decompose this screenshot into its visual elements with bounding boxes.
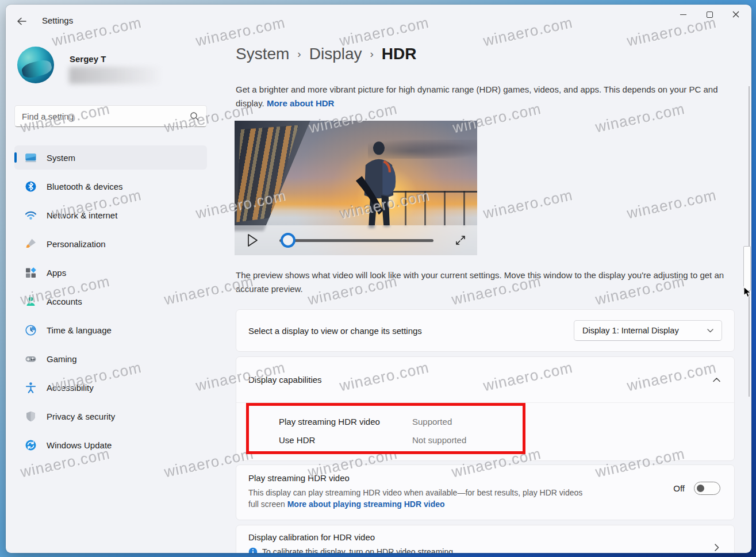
shield-icon [25, 410, 37, 422]
play-streaming-hdr-card: Play streaming HDR video This display ca… [236, 464, 735, 520]
calibration-info-text: To calibrate this display, turn on HDR v… [262, 547, 453, 553]
desktop: { "window": { "title": "Settings" }, "si… [0, 0, 756, 557]
close-button[interactable] [723, 5, 749, 24]
capability-label: Play streaming HDR video [279, 417, 412, 427]
update-arrows-icon [25, 439, 37, 451]
sidebar-item-time-language[interactable]: Time & language [14, 318, 207, 342]
scrollbar-track[interactable] [749, 86, 750, 397]
capability-value: Not supported [412, 435, 466, 445]
breadcrumb-separator: › [297, 48, 301, 60]
sidebar-item-label: Network & internet [47, 210, 117, 220]
minimize-button[interactable] [670, 5, 696, 24]
seek-track[interactable] [279, 239, 433, 242]
streaming-hdr-toggle[interactable] [694, 482, 720, 495]
breadcrumb: System › Display › HDR [236, 45, 417, 63]
avatar[interactable] [17, 47, 54, 83]
page-title: HDR [382, 45, 417, 63]
sidebar-item-label: Bluetooth & devices [47, 182, 123, 191]
sidebar-item-label: System [47, 153, 75, 163]
hdr-intro-text: Get a brighter and more vibrant picture … [236, 83, 737, 110]
sidebar-item-label: Personalization [47, 239, 106, 249]
video-person-silhouette [346, 140, 409, 236]
chevron-down-icon [707, 329, 713, 333]
sidebar-nav: System Bluetooth & devices Network & int… [14, 145, 207, 462]
fullscreen-button[interactable] [454, 234, 467, 247]
select-display-label: Select a display to view or change its s… [248, 326, 422, 336]
display-capabilities-title: Display capabilities [248, 375, 322, 385]
sidebar-item-label: Windows Update [47, 440, 112, 450]
caption-buttons [670, 5, 749, 24]
capability-label: Use HDR [279, 435, 412, 445]
accessibility-person-icon [25, 382, 37, 394]
info-icon [248, 547, 258, 553]
toggle-knob [697, 485, 704, 492]
wifi-icon [25, 209, 37, 221]
sidebar-item-system[interactable]: System [14, 145, 207, 170]
display-dropdown[interactable]: Display 1: Internal Display [574, 320, 722, 341]
capability-value: Supported [412, 417, 452, 427]
more-about-streaming-link[interactable]: More about playing streaming HDR video [287, 500, 445, 509]
breadcrumb-separator: › [370, 48, 374, 60]
capabilities-rows: Play streaming HDR video Supported Use H… [236, 403, 734, 449]
display-capabilities-card: Display capabilities Play streaming HDR … [236, 356, 735, 461]
capability-row: Play streaming HDR video Supported [279, 412, 734, 431]
sidebar-item-label: Privacy & security [47, 412, 115, 421]
sidebar-item-network[interactable]: Network & internet [14, 203, 207, 227]
clock-icon [25, 324, 37, 336]
breadcrumb-system[interactable]: System [236, 45, 289, 63]
window-title: Settings [42, 16, 73, 25]
back-arrow-icon [17, 17, 27, 25]
sidebar-item-label: Apps [47, 268, 66, 278]
play-streaming-hdr-title: Play streaming HDR video [248, 473, 722, 483]
chevron-up-icon[interactable] [713, 378, 720, 382]
display-calibration-card[interactable]: Display calibration for HDR video To cal… [236, 525, 735, 553]
play-button[interactable] [247, 233, 259, 247]
search-input[interactable] [22, 112, 190, 121]
titlebar: Settings [6, 5, 751, 32]
close-icon [732, 11, 739, 18]
chevron-right-icon[interactable] [715, 544, 719, 551]
maximize-button[interactable] [696, 5, 723, 24]
minimize-icon [680, 14, 686, 15]
brush-icon [25, 238, 37, 250]
sidebar-item-label: Accounts [47, 297, 82, 306]
sidebar-item-accessibility[interactable]: Accessibility [14, 375, 207, 399]
person-icon [25, 295, 37, 308]
breadcrumb-display[interactable]: Display [309, 45, 362, 63]
sidebar-item-bluetooth[interactable]: Bluetooth & devices [14, 174, 207, 198]
user-name: Sergey T [70, 54, 106, 64]
seek-thumb[interactable] [281, 233, 296, 248]
sidebar-item-apps[interactable]: Apps [14, 260, 207, 285]
back-button[interactable] [14, 14, 30, 29]
display-capabilities-header[interactable]: Display capabilities [236, 357, 734, 403]
select-display-card: Select a display to view or change its s… [236, 309, 735, 352]
sidebar-item-gaming[interactable]: Gaming [14, 347, 207, 371]
sidebar-item-label: Accessibility [47, 383, 94, 393]
system-icon [25, 152, 37, 164]
display-calibration-title: Display calibration for HDR video [248, 532, 722, 542]
apps-icon [25, 267, 37, 279]
display-dropdown-value: Display 1: Internal Display [582, 326, 698, 335]
scrollbar-thumb[interactable] [743, 246, 751, 291]
search-icon[interactable] [190, 112, 199, 121]
sidebar-item-privacy[interactable]: Privacy & security [14, 404, 207, 428]
more-about-hdr-link[interactable]: More about HDR [267, 98, 335, 108]
user-email-redacted [69, 67, 160, 84]
preview-note: The preview shows what video will look l… [236, 268, 731, 296]
play-streaming-hdr-description: This display can play streaming HDR vide… [248, 487, 593, 510]
hdr-video-preview[interactable] [235, 121, 477, 255]
sidebar-item-accounts[interactable]: Accounts [14, 289, 207, 313]
maximize-icon [707, 11, 713, 18]
bluetooth-icon [25, 180, 37, 193]
settings-window: Settings Sergey T System [6, 5, 751, 553]
sidebar-item-label: Gaming [47, 354, 77, 364]
gamepad-icon [25, 353, 37, 365]
toggle-area: Off [673, 482, 720, 495]
toggle-state-label: Off [673, 483, 685, 493]
sidebar-item-personalization[interactable]: Personalization [14, 232, 207, 256]
search-box [14, 105, 207, 127]
video-controls-bar [235, 225, 477, 255]
seek-slider[interactable] [279, 233, 433, 248]
sidebar-item-windows-update[interactable]: Windows Update [14, 433, 207, 457]
sidebar-item-label: Time & language [47, 325, 112, 335]
